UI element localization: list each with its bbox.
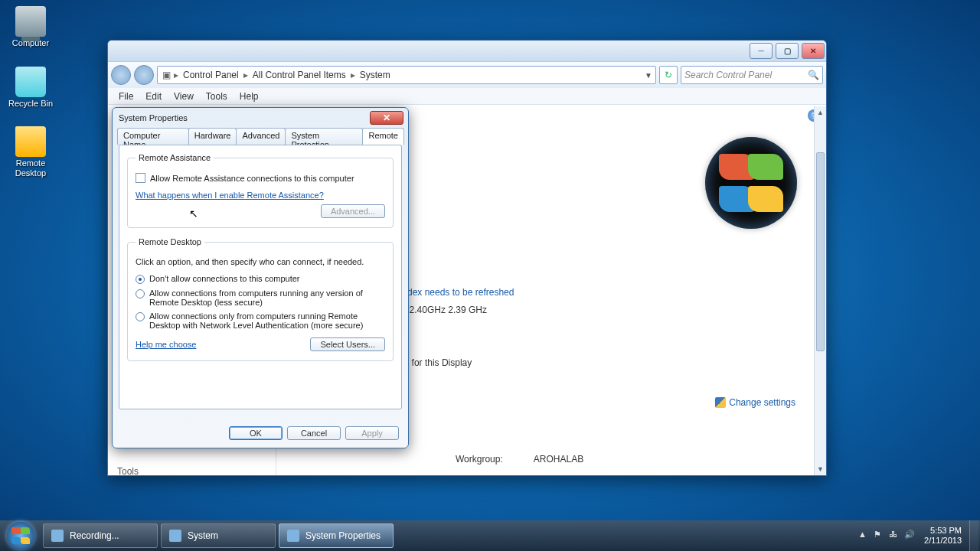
- address-dropdown-icon[interactable]: ▼: [645, 71, 652, 80]
- rd-option-nla[interactable]: Allow connections only from computers ru…: [136, 311, 385, 330]
- dialog-titlebar[interactable]: System Properties ✕: [113, 108, 408, 128]
- computer-glyph: [15, 6, 46, 37]
- titlebar[interactable]: ─ ▢ ✕: [108, 41, 826, 62]
- task-system-properties[interactable]: System Properties: [279, 523, 394, 548]
- scrollbar[interactable]: ▲ ▼: [814, 106, 826, 475]
- clock-date: 2/11/2013: [924, 536, 962, 546]
- workgroup-value: AROHALAB: [534, 454, 583, 465]
- remote-desktop-icon[interactable]: Remote Desktop: [6, 126, 55, 178]
- rd-opt3-label: Allow connections only from computers ru…: [149, 311, 385, 330]
- tab-remote[interactable]: Remote: [362, 128, 404, 145]
- crumb-control-panel[interactable]: Control Panel: [180, 70, 242, 80]
- scroll-down-icon[interactable]: ▼: [815, 463, 826, 475]
- tab-body-remote: Remote Assistance Allow Remote Assistanc…: [119, 145, 402, 409]
- menu-edit[interactable]: Edit: [145, 91, 162, 102]
- checkbox-icon[interactable]: [136, 173, 145, 183]
- tray-show-hidden-icon[interactable]: ▲: [858, 530, 871, 542]
- close-button[interactable]: ✕: [802, 43, 825, 59]
- shield-icon: [715, 397, 726, 408]
- nav-row: ▣▸ Control Panel▸ All Control Panel Item…: [108, 62, 826, 88]
- ra-advanced-button[interactable]: Advanced...: [321, 204, 385, 218]
- rd-description: Click an option, and then specify who ca…: [136, 257, 385, 266]
- rd-option-any-version[interactable]: Allow connections from computers running…: [136, 289, 385, 307]
- refresh-button[interactable]: ↻: [659, 66, 678, 84]
- radio-icon[interactable]: [136, 275, 145, 284]
- forward-button[interactable]: [134, 65, 154, 85]
- search-placeholder: Search Control Panel: [684, 70, 772, 80]
- computer-icon[interactable]: Computer: [6, 6, 55, 48]
- maximize-button[interactable]: ▢: [776, 43, 799, 59]
- rd-option-dont-allow[interactable]: Don't allow connections to this computer: [136, 274, 385, 284]
- minimize-button[interactable]: ─: [750, 43, 773, 59]
- system-properties-dialog: System Properties ✕ Computer Name Hardwa…: [112, 107, 409, 448]
- folder-glyph: [15, 126, 46, 157]
- desktop-icons: Computer Recycle Bin Remote Desktop: [6, 6, 67, 197]
- search-box[interactable]: Search Control Panel 🔍: [681, 66, 823, 84]
- dialog-title: System Properties: [119, 113, 370, 122]
- radio-icon[interactable]: [136, 312, 145, 321]
- remote-desktop-group: Remote Desktop Click an option, and then…: [127, 237, 394, 361]
- change-settings-link[interactable]: Change settings: [715, 397, 795, 408]
- show-desktop-button[interactable]: [969, 520, 978, 551]
- dialog-buttons: OK Cancel Apply: [229, 426, 399, 440]
- menu-help[interactable]: Help: [240, 91, 259, 102]
- cancel-button[interactable]: Cancel: [287, 426, 341, 440]
- remote-assistance-group: Remote Assistance Allow Remote Assistanc…: [127, 153, 394, 228]
- clock[interactable]: 5:53 PM 2/11/2013: [920, 526, 966, 545]
- tab-hardware[interactable]: Hardware: [188, 128, 237, 145]
- bin-glyph: [15, 67, 46, 97]
- menu-bar: File Edit View Tools Help: [108, 88, 826, 105]
- crumb-system[interactable]: System: [357, 70, 394, 80]
- rd-help-link[interactable]: Help me choose: [136, 340, 197, 349]
- back-button[interactable]: [111, 65, 131, 85]
- taskbar: Recording... System System Properties ▲ …: [0, 520, 980, 551]
- dialog-tabs: Computer Name Hardware Advanced System P…: [113, 128, 408, 145]
- recycle-bin-label: Recycle Bin: [6, 99, 55, 109]
- ra-help-link[interactable]: What happens when I enable Remote Assist…: [136, 191, 324, 200]
- tray-volume-icon[interactable]: 🔊: [904, 530, 916, 542]
- app-icon: [169, 530, 181, 542]
- scroll-up-icon[interactable]: ▲: [815, 106, 826, 119]
- menu-tools[interactable]: Tools: [206, 91, 227, 102]
- crumb-all-items[interactable]: All Control Panel Items: [250, 70, 349, 80]
- rd-legend: Remote Desktop: [136, 237, 204, 246]
- task-label: System Properties: [305, 530, 381, 541]
- scroll-thumb[interactable]: [816, 152, 825, 351]
- app-icon: [287, 530, 299, 542]
- tray-flag-icon[interactable]: ⚑: [874, 530, 886, 542]
- task-label: Recording...: [70, 530, 119, 541]
- menu-file[interactable]: File: [119, 91, 133, 102]
- task-label: System: [188, 530, 218, 541]
- apply-button[interactable]: Apply: [345, 426, 399, 440]
- app-icon: [51, 530, 64, 542]
- task-recording[interactable]: Recording...: [43, 523, 158, 548]
- clock-time: 5:53 PM: [924, 526, 962, 536]
- radio-icon[interactable]: [136, 289, 145, 298]
- tray-network-icon[interactable]: 🖧: [889, 530, 901, 542]
- allow-ra-label: Allow Remote Assistance connections to t…: [150, 174, 354, 183]
- system-tray: ▲ ⚑ 🖧 🔊 5:53 PM 2/11/2013: [852, 520, 980, 551]
- recycle-bin-icon[interactable]: Recycle Bin: [6, 67, 55, 109]
- rd-opt2-label: Allow connections from computers running…: [149, 289, 385, 307]
- windows-logo: [705, 137, 797, 229]
- tab-computer-name[interactable]: Computer Name: [117, 128, 189, 145]
- address-bar[interactable]: ▣▸ Control Panel▸ All Control Panel Item…: [157, 66, 656, 84]
- workgroup-row: Workgroup: AROHALAB: [456, 454, 583, 465]
- dialog-close-button[interactable]: ✕: [370, 111, 403, 125]
- tab-system-protection[interactable]: System Protection: [285, 128, 363, 145]
- select-users-button[interactable]: Select Users...: [310, 337, 385, 351]
- search-icon[interactable]: 🔍: [808, 70, 819, 80]
- tools-label: Tools: [117, 466, 266, 475]
- folder-icon: ▣: [161, 70, 172, 80]
- remote-desktop-label: Remote Desktop: [6, 158, 55, 178]
- start-button[interactable]: [0, 520, 41, 551]
- allow-ra-checkbox[interactable]: Allow Remote Assistance connections to t…: [136, 173, 385, 183]
- rd-opt1-label: Don't allow connections to this computer: [149, 274, 300, 283]
- menu-view[interactable]: View: [174, 91, 194, 102]
- workgroup-label: Workgroup:: [456, 454, 503, 465]
- ra-legend: Remote Assistance: [136, 153, 214, 162]
- tab-advanced[interactable]: Advanced: [236, 128, 286, 145]
- ok-button[interactable]: OK: [229, 426, 283, 440]
- task-system[interactable]: System: [161, 523, 276, 548]
